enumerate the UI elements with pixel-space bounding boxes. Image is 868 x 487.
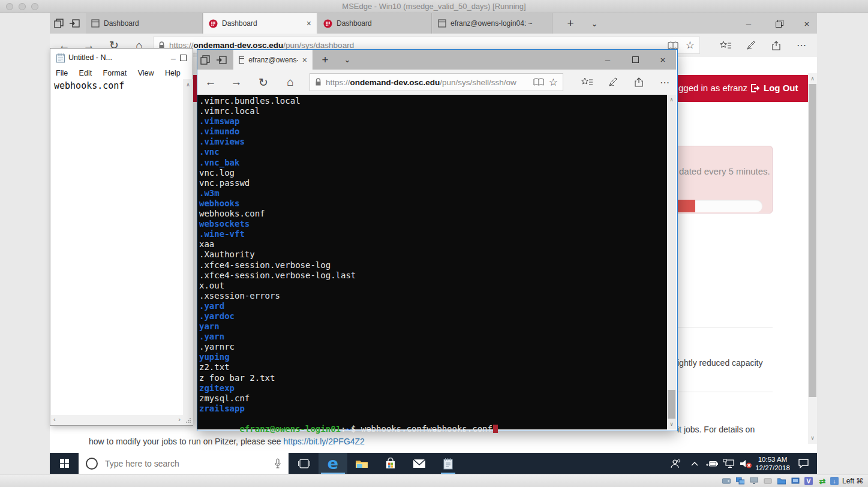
- notepad-text-area[interactable]: webhooks.conf: [51, 79, 183, 415]
- edge-window-shell: efranz@owens-login01: × + ⌄ – × ← → ↻ ⌂ …: [197, 49, 678, 431]
- taskbar-edge-button[interactable]: e: [319, 453, 347, 474]
- hub-icon[interactable]: [577, 70, 597, 95]
- maximize-button[interactable]: [623, 50, 647, 70]
- alert-updated-text: dated every 5 minutes.: [679, 166, 770, 176]
- more-options-icon[interactable]: ⋯: [791, 34, 812, 57]
- back-icon[interactable]: ←: [200, 70, 221, 95]
- page-scrollbar[interactable]: ∧ ∨: [808, 73, 817, 444]
- vbox-network-icon: [735, 476, 745, 486]
- scroll-up-icon[interactable]: ∧: [667, 95, 676, 104]
- terminal-line: .yardoc: [199, 311, 666, 321]
- terminal-line: webhooks: [199, 199, 666, 209]
- more-options-icon[interactable]: ⋯: [654, 70, 675, 95]
- taskbar-explorer-button[interactable]: [347, 453, 376, 474]
- new-tab-button[interactable]: +: [563, 13, 578, 34]
- tab-menu-chevron-icon[interactable]: ⌄: [587, 13, 602, 34]
- action-center-button[interactable]: [794, 453, 813, 474]
- new-tab-button[interactable]: +: [317, 50, 333, 70]
- share-icon[interactable]: [629, 70, 649, 95]
- tab-preview-icon[interactable]: [197, 50, 213, 70]
- web-note-pen-icon[interactable]: [741, 34, 761, 57]
- scroll-down-icon[interactable]: ∨: [667, 420, 676, 429]
- network-status-icon[interactable]: [720, 453, 737, 474]
- tab-dashboard-3[interactable]: Dashboard: [318, 13, 432, 34]
- minimize-button[interactable]: –: [596, 50, 620, 70]
- tab-ssh-owens-login01[interactable]: efranz@owens-login01: ×: [233, 50, 313, 70]
- tab-menu-chevron-icon[interactable]: ⌄: [340, 50, 355, 70]
- task-view-button[interactable]: [290, 453, 319, 474]
- notepad-icon: [56, 53, 65, 63]
- vbox-host-key-label: Left ⌘: [842, 477, 863, 485]
- terminal-line: .vimrc.local: [199, 106, 666, 116]
- set-tabs-aside-icon[interactable]: [214, 50, 229, 70]
- share-icon[interactable]: [766, 34, 786, 57]
- osc-icon: [323, 19, 332, 28]
- prompt-user-host: efranz@owens-login01: [239, 424, 341, 434]
- favorite-star-icon[interactable]: ☆: [549, 76, 558, 89]
- taskbar-mail-button[interactable]: [405, 453, 434, 474]
- vbox-autoresize-icon: ↓: [830, 477, 839, 485]
- notepad-maximize-button[interactable]: [173, 49, 193, 67]
- notepad-vscrollbar[interactable]: ∧: [183, 79, 193, 415]
- logout-button[interactable]: Log Out: [750, 83, 798, 93]
- menu-format[interactable]: Format: [99, 68, 131, 79]
- notepad-titlebar[interactable]: Untitled - N... – ×: [50, 49, 193, 67]
- scroll-up-icon[interactable]: ∧: [183, 80, 193, 89]
- favorite-star-icon[interactable]: ☆: [686, 39, 695, 52]
- tab-ssh-owens-login04[interactable]: efranz@owens-login04: ~: [433, 13, 552, 34]
- web-note-pen-icon[interactable]: [603, 70, 623, 95]
- refresh-icon[interactable]: ↻: [253, 70, 274, 95]
- microphone-icon[interactable]: [274, 458, 281, 469]
- terminal-prompt-line: efranz@owens-login01:~$ webhooks.confweb…: [199, 414, 498, 424]
- web-terminal[interactable]: .vimrc.bundles.local.vimrc.local.vimswap…: [197, 95, 676, 429]
- reading-view-icon[interactable]: [668, 41, 678, 50]
- terminal-scrollbar[interactable]: ∧ ∨: [667, 95, 676, 429]
- menu-view[interactable]: View: [134, 68, 158, 79]
- terminal-scrollbar-thumb[interactable]: [668, 390, 675, 419]
- notepad-hscrollbar[interactable]: ‹ ›: [51, 415, 183, 425]
- taskbar-clock[interactable]: 10:53 AM 12/27/2018: [754, 453, 791, 474]
- tab-close-icon[interactable]: ×: [307, 19, 311, 28]
- taskbar-store-button[interactable]: [376, 453, 405, 474]
- page-icon: [91, 19, 100, 28]
- notepad-resize-grip[interactable]: [183, 415, 193, 425]
- terminal-line: .vnc_bak: [199, 158, 666, 168]
- set-tabs-aside-icon[interactable]: [67, 13, 82, 34]
- volume-muted-icon[interactable]: [737, 453, 754, 474]
- taskbar-search-box[interactable]: [79, 453, 289, 474]
- hidden-icons-button[interactable]: [687, 453, 702, 474]
- tab-dashboard-1[interactable]: Dashboard: [86, 13, 203, 34]
- restore-button[interactable]: [767, 13, 791, 34]
- pitzer-link[interactable]: https://bit.ly/2PFG4Z2: [284, 437, 365, 446]
- scroll-down-icon[interactable]: ∨: [808, 434, 817, 443]
- tab-dashboard-2[interactable]: Dashboard ×: [203, 13, 317, 34]
- tab-close-icon[interactable]: ×: [302, 55, 307, 65]
- forward-icon[interactable]: →: [226, 70, 247, 95]
- reading-view-icon[interactable]: [533, 78, 544, 86]
- file-explorer-icon: [355, 458, 368, 469]
- minimize-button[interactable]: –: [737, 13, 761, 34]
- close-button[interactable]: ×: [651, 50, 675, 70]
- vbox-display-icon: [749, 476, 759, 486]
- home-icon[interactable]: ⌂: [280, 70, 301, 95]
- menu-edit[interactable]: Edit: [75, 68, 97, 79]
- people-button[interactable]: [666, 453, 684, 474]
- power-status-icon[interactable]: [704, 453, 720, 474]
- start-button[interactable]: [50, 453, 79, 474]
- close-button[interactable]: ×: [795, 13, 819, 34]
- terminal-line: .vnc: [199, 147, 666, 157]
- menu-file[interactable]: File: [52, 68, 72, 79]
- taskbar-notepad-button[interactable]: [434, 453, 462, 474]
- address-bar[interactable]: https://ondemand-dev.osc.edu/pun/sys/she…: [310, 73, 563, 91]
- maximize-icon: [180, 55, 187, 61]
- page-scrollbar-thumb[interactable]: [809, 84, 816, 397]
- scroll-right-icon[interactable]: ›: [178, 416, 181, 423]
- tab-preview-icon[interactable]: [51, 13, 67, 34]
- search-input[interactable]: [104, 458, 274, 469]
- menu-help[interactable]: Help: [161, 68, 185, 79]
- edge-logo-icon: e: [328, 455, 338, 471]
- scroll-left-icon[interactable]: ‹: [53, 416, 56, 423]
- hub-icon[interactable]: [716, 34, 736, 57]
- clock-date: 12/27/2018: [755, 464, 790, 472]
- scroll-up-icon[interactable]: ∧: [808, 74, 817, 83]
